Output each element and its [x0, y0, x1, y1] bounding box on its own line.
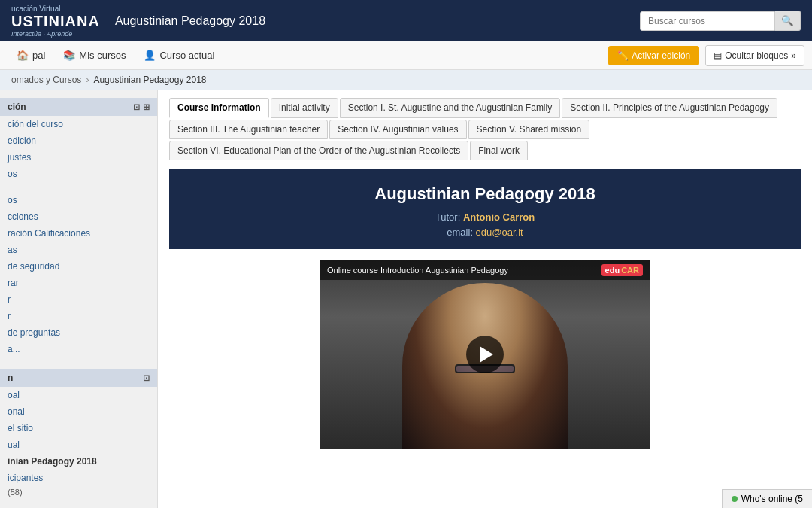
tutor-label: Tutor: — [435, 211, 463, 223]
sidebar-item-nav2-0[interactable]: oal — [0, 387, 157, 403]
tab-section5-label: Section V. Shared mission — [477, 124, 582, 135]
sidebar-item-7[interactable]: as — [0, 242, 157, 258]
sidebar-item-label-12: de preguntas — [8, 327, 60, 338]
logo-main: USTINIANA — [11, 13, 100, 30]
sidebar-item-11[interactable]: r — [0, 308, 157, 324]
sidebar-item-nav2-1[interactable]: onal — [0, 403, 157, 420]
tab-section4[interactable]: Section IV. Augustinian values — [329, 120, 466, 139]
logo: ucación Virtual USTINIANA Interactúa · A… — [11, 5, 100, 38]
breadcrumb-separator: › — [86, 75, 89, 85]
sidebar-item-4[interactable]: os — [0, 192, 157, 208]
tutor-line: Tutor: Antonio Carron — [192, 211, 778, 223]
video-play-button[interactable] — [466, 336, 504, 373]
sidebar-icon-3[interactable]: ⊡ — [143, 373, 150, 383]
navbar-item-curso-actual[interactable]: 👤 Curso actual — [135, 41, 223, 70]
sidebar: ción ⊡ ⊞ ción del curso edición justes o… — [0, 90, 158, 508]
content-area: Course Information Initial activity Sect… — [158, 90, 812, 508]
sidebar-section-header-navigation: ción ⊡ ⊞ — [0, 98, 157, 116]
tab-final-work-label: Final work — [478, 145, 520, 156]
navbar-item-mis-cursos[interactable]: 📚 Mis cursos — [54, 41, 135, 70]
sidebar-icon-1[interactable]: ⊡ — [133, 102, 140, 112]
sidebar-item-nav2-3[interactable]: ual — [0, 437, 157, 453]
logo-sub: Interactúa · Aprende — [11, 30, 100, 38]
sidebar-section-icons: ⊡ ⊞ — [133, 102, 150, 112]
sidebar-item-label-11: r — [8, 311, 11, 321]
tab-initial-activity[interactable]: Initial activity — [271, 98, 338, 118]
tab-section1[interactable]: Section I. St. Augustine and the Augusti… — [340, 98, 561, 118]
activar-edicion-button[interactable]: ✏️ Activar edición — [608, 46, 699, 65]
breadcrumb-item-home[interactable]: omados y Cursos — [11, 75, 81, 85]
tab-section2-label: Section II. Principles of the Augustinia… — [570, 102, 769, 113]
sidebar-item-nav2-2[interactable]: el sitio — [0, 420, 157, 437]
arrow-icon: » — [791, 50, 796, 61]
sidebar-item-9[interactable]: rar — [0, 275, 157, 291]
search-container: 🔍 — [640, 11, 801, 31]
tab-section2[interactable]: Section II. Principles of the Augustinia… — [562, 98, 777, 118]
sidebar-item-3[interactable]: os — [0, 166, 157, 182]
course-title: Augustinian Pedagogy 2018 — [192, 184, 778, 204]
tab-section5[interactable]: Section V. Shared mission — [468, 120, 590, 139]
sidebar-item-6[interactable]: ración Calificaciones — [0, 225, 157, 242]
sidebar-item-12[interactable]: de preguntas — [0, 324, 157, 341]
tab-section6-label: Section VI. Educational Plan of the Orde… — [177, 145, 460, 156]
breadcrumb: omados y Cursos › Augustinian Pedagogy 2… — [0, 70, 812, 90]
navbar-label-curso-actual: Curso actual — [159, 50, 214, 61]
sidebar-item-label-6: ración Calificaciones — [8, 228, 90, 239]
sidebar-item-label-1: edición — [8, 135, 36, 146]
tutor-name: Antonio Carron — [463, 211, 535, 223]
tab-initial-activity-label: Initial activity — [279, 102, 330, 113]
email-line: email: edu@oar.it — [192, 227, 778, 238]
sidebar-participants-count: (58) — [0, 486, 157, 498]
home-icon: 🏠 — [17, 50, 29, 61]
sidebar-item-1[interactable]: edición — [0, 132, 157, 149]
tab-final-work[interactable]: Final work — [470, 141, 528, 160]
sidebar-icon-2[interactable]: ⊞ — [143, 102, 150, 112]
sidebar-item-5[interactable]: cciones — [0, 208, 157, 225]
whos-online-label: Who's online (5 — [741, 494, 803, 504]
tab-section3[interactable]: Section III. The Augustinian teacher — [169, 120, 328, 139]
sidebar-item-label-0: ción del curso — [8, 119, 63, 129]
sidebar-item-participants-label: icipantes — [8, 473, 43, 483]
sidebar-divider-1 — [0, 187, 157, 187]
sidebar-bold-course: inian Pedagogy 2018 — [0, 453, 157, 470]
navbar-label-principal: pal — [32, 50, 45, 61]
sidebar-item-nav2-label-3: ual — [8, 440, 20, 450]
ocultar-bloques-button[interactable]: ▤ Ocultar bloques » — [705, 45, 804, 66]
sidebar-item-label-3: os — [8, 169, 17, 179]
sidebar-item-nav2-label-2: el sitio — [8, 423, 33, 433]
sidebar-section-icons-2: ⊡ — [143, 373, 150, 383]
video-title: Online course Introduction Augustinian P… — [327, 266, 508, 275]
sidebar-item-0[interactable]: ción del curso — [0, 116, 157, 132]
courses-icon: 📚 — [63, 50, 75, 61]
main-layout: ción ⊡ ⊞ ción del curso edición justes o… — [0, 90, 812, 508]
tab-section4-label: Section IV. Augustinian values — [338, 124, 458, 135]
online-indicator — [732, 496, 738, 502]
ocultar-bloques-label: Ocultar bloques — [725, 50, 788, 61]
sidebar-item-nav2-participants[interactable]: icipantes — [0, 470, 157, 486]
tab-section6[interactable]: Section VI. Educational Plan of the Orde… — [169, 141, 468, 160]
sidebar-item-2[interactable]: justes — [0, 149, 157, 166]
header-title: Augustinian Pedagogy 2018 — [115, 14, 640, 28]
video-container[interactable]: Online course Introduction Augustinian P… — [320, 260, 650, 449]
sidebar-section-navigation: ción ⊡ ⊞ ción del curso edición justes o… — [0, 98, 157, 357]
search-input[interactable] — [640, 11, 775, 31]
tab-course-info-label: Course Information — [177, 102, 261, 113]
course-header-box: Augustinian Pedagogy 2018 Tutor: Antonio… — [169, 169, 801, 249]
logo-car: CAR — [621, 266, 639, 275]
sidebar-item-13[interactable]: a... — [0, 341, 157, 357]
navbar-label-mis-cursos: Mis cursos — [79, 50, 126, 61]
sidebar-item-label-10: r — [8, 294, 11, 305]
sidebar-item-label-13: a... — [8, 344, 20, 354]
sidebar-item-label-8: de seguridad — [8, 261, 59, 272]
video-top-bar: Online course Introduction Augustinian P… — [320, 260, 650, 280]
search-button[interactable]: 🔍 — [775, 11, 801, 31]
sidebar-section-title-navigation: ción — [8, 102, 26, 112]
tabs-row-2: Section III. The Augustinian teacher Sec… — [169, 120, 801, 139]
navbar-item-principal[interactable]: 🏠 pal — [8, 41, 54, 70]
sidebar-item-label-9: rar — [8, 278, 19, 288]
navbar-right: ✏️ Activar edición ▤ Ocultar bloques » — [608, 45, 804, 66]
sidebar-item-10[interactable]: r — [0, 291, 157, 308]
activar-edicion-label: Activar edición — [632, 50, 690, 61]
sidebar-item-8[interactable]: de seguridad — [0, 258, 157, 275]
tab-course-info[interactable]: Course Information — [169, 98, 269, 118]
